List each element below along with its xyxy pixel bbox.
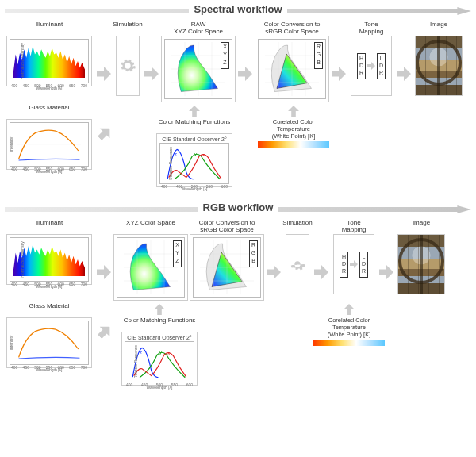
label-glass: Glass Material bbox=[29, 104, 69, 118]
cmf-y-label: y bbox=[194, 152, 197, 156]
label-illuminant: Illuminant bbox=[36, 219, 63, 233]
stage-glass: Glass Material Intensity 400450500550600… bbox=[5, 104, 94, 170]
label-cmf: Color Matching Functions bbox=[124, 317, 196, 331]
tag-rgb: RGB bbox=[249, 240, 258, 267]
cmf-z-label: z bbox=[175, 152, 177, 156]
workflow-title: Spectral workflow bbox=[189, 3, 286, 15]
glass-curves bbox=[13, 125, 86, 163]
plot-glass: Intensity 400450500550600650700 Waveleng… bbox=[10, 122, 89, 167]
label-srgb: Color Conversion to sRGB Color Space bbox=[199, 219, 255, 233]
label-cmf: Color Matching Functions bbox=[159, 118, 231, 132]
tone-box: HDR LDR bbox=[333, 234, 374, 294]
cct-block: Corelated Color Temperature (White Point… bbox=[258, 118, 329, 148]
cct-gradient-bar bbox=[258, 141, 329, 148]
axis-x: Wavelength [λ] bbox=[10, 86, 88, 90]
arrow-right-icon bbox=[238, 67, 252, 81]
tag-xyz: XYZ bbox=[221, 42, 229, 69]
arrow-right-icon bbox=[97, 67, 111, 81]
tag-hdr: HDR bbox=[357, 53, 366, 79]
arrow-right-icon bbox=[144, 67, 159, 81]
stage-srgb: Color Conversion to sRGB Color Space RGB bbox=[190, 219, 263, 301]
label-xyz: XYZ Color Space bbox=[126, 219, 175, 233]
tag-ldr: LDR bbox=[359, 252, 368, 278]
arrow-right-icon bbox=[350, 260, 358, 268]
stage-simulation: Simulation bbox=[114, 21, 141, 96]
stage-cct: Corelated Color Temperature (White Point… bbox=[311, 302, 387, 346]
arrow-right-icon bbox=[397, 67, 411, 81]
gear-icon bbox=[119, 57, 136, 75]
gamut-xyz: XYZ bbox=[117, 237, 185, 298]
stage-tone: Tone Mapping HDR LDR bbox=[349, 21, 393, 96]
svg-text:x: x bbox=[167, 351, 170, 355]
stage-xyz: XYZ Color Space XYZ bbox=[114, 219, 187, 301]
stage-illuminant: Illuminant Normalized Intensity 40045050… bbox=[5, 219, 94, 285]
plot-illuminant: Normalized Intensity 4004505005506006507… bbox=[10, 39, 89, 83]
arrow-up-icon bbox=[154, 302, 165, 317]
gear-box bbox=[116, 36, 140, 96]
stage-image: Image bbox=[414, 21, 463, 96]
stage-glass: Glass Material Intensity 400450500550600… bbox=[5, 302, 94, 368]
label-glass: Glass Material bbox=[29, 302, 69, 317]
tag-xyz: XYZ bbox=[173, 240, 182, 267]
arrow-up-icon bbox=[344, 302, 355, 317]
workflow-title: RGB workflow bbox=[198, 202, 278, 213]
cct-gradient-bar bbox=[313, 340, 385, 346]
stage-cct: Corelated Color Temperature (White Point… bbox=[255, 104, 332, 148]
arrow-right-icon bbox=[332, 67, 346, 81]
label-illuminant: Illuminant bbox=[36, 21, 63, 35]
svg-text:z: z bbox=[140, 350, 142, 355]
cmf-x-label: x bbox=[202, 152, 205, 157]
plot-cmf: zyx Relative Response 400450500550600 Wa… bbox=[125, 341, 194, 382]
stage-illuminant: Illuminant Normalized Intensity 40045050… bbox=[5, 21, 94, 86]
axis-x: Wavelength [λ] bbox=[160, 186, 228, 191]
label-xyz: RAW XYZ Color Space bbox=[174, 21, 223, 35]
label-simulation: Simulation bbox=[113, 21, 142, 35]
axis-x: Wavelength [λ] bbox=[10, 169, 88, 174]
arrow-up-icon bbox=[189, 104, 200, 118]
label-cmf-sub: CIE Standard Observer 2° bbox=[159, 136, 229, 142]
stage-cmf: Color Matching Functions CIE Standard Ob… bbox=[151, 104, 238, 187]
rgb-below-row: Glass Material Intensity 400450500550600… bbox=[5, 302, 471, 386]
panel-illuminant: Normalized Intensity 4004505005506006507… bbox=[6, 36, 92, 86]
stage-image: Image bbox=[397, 219, 446, 294]
stage-tone: Tone Mapping HDR LDR bbox=[332, 219, 376, 294]
stage-srgb: Color Conversion to sRGB Color Space bbox=[255, 21, 328, 102]
spectral-main-row: Illuminant Normalized Intensity 40045050… bbox=[5, 21, 471, 102]
panel-cmf: CIE Standard Observer 2° z y x Relative … bbox=[156, 133, 232, 187]
gear-box bbox=[286, 234, 309, 294]
axis-y: Intensity bbox=[9, 137, 13, 152]
panel-glass: Intensity 400450500550600650700 Waveleng… bbox=[6, 119, 92, 170]
spectral-workflow: Spectral workflow Illuminant Normalized … bbox=[0, 0, 476, 187]
arrow-right-icon bbox=[379, 265, 393, 279]
cct-block: Corelated Color Temperature (White Point… bbox=[313, 317, 385, 346]
arrow-right-icon bbox=[314, 265, 328, 279]
rgb-workflow: RGB workflow Illuminant Normalized Inten… bbox=[0, 198, 476, 386]
spectral-below-row: Glass Material Intensity 400450500550600… bbox=[5, 104, 471, 187]
tag-hdr: HDR bbox=[340, 252, 348, 278]
rgb-main-row: Illuminant Normalized Intensity 40045050… bbox=[5, 219, 471, 301]
workflow-title-bar: Spectral workflow bbox=[5, 3, 471, 19]
stage-xyz: RAW XYZ Color Space bbox=[162, 21, 235, 102]
glass-arrow-col bbox=[97, 104, 113, 140]
tag-rgb: RGB bbox=[314, 42, 323, 69]
axis-y: Relative Response bbox=[168, 147, 173, 180]
arrow-right-icon bbox=[367, 62, 375, 70]
tag-ldr: LDR bbox=[377, 53, 386, 79]
plot-illuminant: Normalized Intensity 4004505005506006507… bbox=[10, 237, 89, 282]
axis-y: Normalized Intensity bbox=[20, 43, 25, 79]
label-cct: Corelated Color Temperature (White Point… bbox=[313, 317, 385, 338]
label-tone: Tone Mapping bbox=[359, 21, 384, 35]
gamut-srgb: RGB bbox=[193, 237, 261, 298]
label-cct: Corelated Color Temperature (White Point… bbox=[258, 118, 329, 140]
label-image: Image bbox=[430, 21, 447, 35]
svg-text:y: y bbox=[159, 350, 162, 355]
label-cmf-sub: CIE Standard Observer 2° bbox=[125, 335, 194, 340]
gamut-xyz: XYZ bbox=[164, 39, 232, 99]
panel-xyz: XYZ bbox=[161, 36, 236, 102]
plot-glass: Intensity 400450500550600650700 Waveleng… bbox=[10, 321, 89, 365]
arrow-right-icon bbox=[267, 265, 281, 279]
arrow-up-right-icon bbox=[94, 321, 114, 341]
arrow-right-icon bbox=[97, 265, 111, 279]
gamut-srgb: RGB bbox=[258, 39, 326, 99]
label-srgb: Color Conversion to sRGB Color Space bbox=[264, 21, 321, 35]
